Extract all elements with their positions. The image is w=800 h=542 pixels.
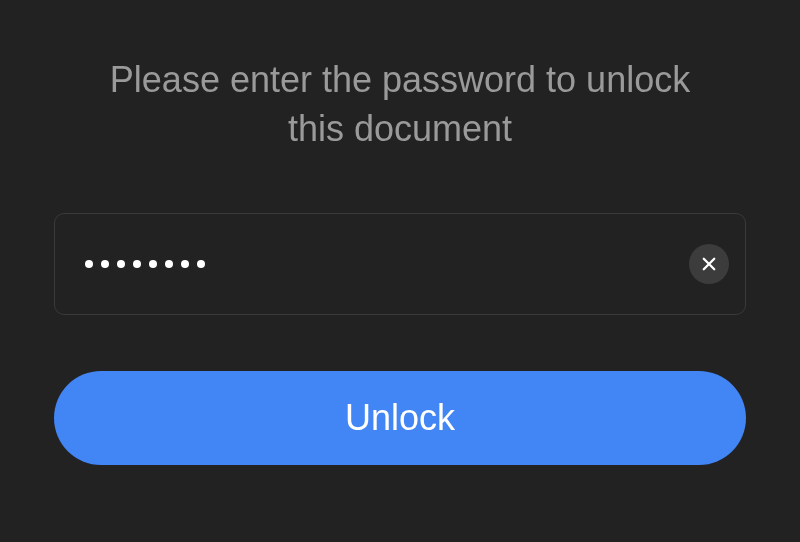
clear-input-button[interactable] xyxy=(689,244,729,284)
password-dot xyxy=(133,260,141,268)
password-dot xyxy=(165,260,173,268)
password-dot xyxy=(149,260,157,268)
password-input-wrapper[interactable] xyxy=(54,213,746,315)
unlock-button[interactable]: Unlock xyxy=(54,371,746,465)
close-icon xyxy=(700,255,718,273)
password-dot xyxy=(117,260,125,268)
password-dot xyxy=(85,260,93,268)
password-dot xyxy=(181,260,189,268)
password-dot xyxy=(197,260,205,268)
password-input[interactable] xyxy=(85,260,689,268)
password-prompt: Please enter the password to unlock this… xyxy=(80,56,720,153)
password-dot xyxy=(101,260,109,268)
